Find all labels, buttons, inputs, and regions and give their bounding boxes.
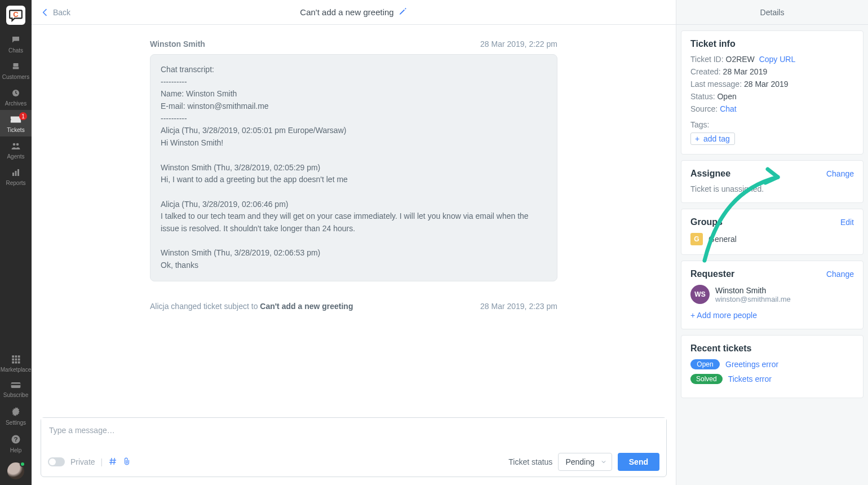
add-more-people-link[interactable]: + Add more people [690, 311, 854, 320]
assignee-text: Ticket is unassigned. [690, 184, 854, 193]
sidebar-item-customers[interactable]: Customers [0, 57, 32, 83]
sidebar-item-marketplace[interactable]: Marketplace [0, 350, 32, 376]
requester-row: WS Winston Smith winston@smithmail.me [690, 285, 854, 304]
change-assignee-link[interactable]: Change [826, 169, 854, 178]
group-row: G General [690, 233, 854, 245]
groups-title: Groups [690, 217, 723, 227]
svg-rect-8 [17, 169, 19, 176]
send-button[interactable]: Send [618, 453, 659, 471]
recent-ticket-link[interactable]: Tickets error [728, 374, 772, 383]
arrow-left-icon [41, 8, 50, 17]
last-message-row: Last message: 28 Mar 2019 [690, 80, 854, 89]
sidebar-item-reports[interactable]: Reports [0, 163, 32, 189]
chat-transcript: Chat transcript: ---------- Name: Winsto… [150, 54, 557, 281]
requester-name: Winston Smith [715, 286, 791, 295]
private-toggle[interactable] [48, 457, 65, 466]
sidebar-item-agents[interactable]: Agents [0, 136, 32, 163]
svg-rect-19 [11, 384, 21, 386]
source-row: Source: Chat [690, 104, 854, 113]
ticket-info-card: Ticket info Ticket ID: O2REW Copy URL Cr… [681, 30, 863, 155]
message-timestamp: 28 Mar 2019, 2:22 pm [480, 39, 557, 48]
ticket-info-title: Ticket info [690, 39, 854, 49]
sidebar-item-label: Archives [5, 100, 26, 107]
status-pill: Solved [690, 374, 723, 384]
message-input[interactable] [41, 418, 666, 448]
recent-ticket-link[interactable]: Greetings error [725, 360, 778, 369]
assignee-card: Assignee Change Ticket is unassigned. [681, 160, 863, 203]
sidebar-item-label: Customers [2, 74, 29, 80]
groups-card: Groups Edit G General [681, 209, 863, 255]
svg-rect-16 [15, 361, 17, 364]
private-label: Private [70, 457, 95, 466]
sidebar-item-label: Settings [6, 420, 26, 426]
status-pill: Open [690, 359, 720, 369]
svg-rect-11 [18, 355, 20, 358]
sidebar-item-label: Agents [7, 153, 24, 160]
svg-rect-13 [15, 359, 17, 361]
svg-text:C: C [13, 10, 19, 19]
tags-label: Tags: [690, 120, 854, 129]
ticket-pane: Back Can't add a new greeting Winston Sm… [32, 0, 676, 485]
requester-avatar: WS [690, 285, 710, 304]
sidebar-item-archives[interactable]: Archives [0, 83, 32, 110]
compose-footer: Private | Ticket status Pending Send [41, 448, 666, 477]
message-author: Winston Smith [150, 39, 205, 48]
left-sidebar: C Chats Customers Archives 1 Tickets Age… [0, 0, 32, 485]
back-button[interactable]: Back [41, 8, 70, 17]
app-logo[interactable]: C [6, 6, 25, 25]
sidebar-item-label: Help [10, 447, 22, 453]
svg-point-5 [16, 143, 19, 146]
sidebar-item-tickets[interactable]: 1 Tickets [0, 110, 32, 136]
sidebar-item-subscribe[interactable]: Subscribe [0, 376, 32, 402]
source-link[interactable]: Chat [720, 104, 737, 113]
recent-ticket-row: Solved Tickets error [690, 374, 854, 384]
assignee-title: Assignee [690, 169, 730, 179]
svg-rect-12 [12, 359, 14, 361]
help-icon: ? [10, 434, 21, 446]
svg-rect-17 [18, 361, 20, 364]
ticket-conversation: Winston Smith 28 Mar 2019, 2:22 pm Chat … [32, 25, 676, 417]
sidebar-item-label: Subscribe [3, 392, 28, 398]
ticket-title: Can't add a new greeting [300, 7, 407, 17]
system-event-text: Alicja changed ticket subject to Can't a… [150, 302, 353, 311]
recent-tickets-card: Recent tickets Open Greetings error Solv… [681, 335, 863, 398]
add-tag-button[interactable]: + add tag [690, 133, 735, 145]
sidebar-item-label: Reports [6, 180, 25, 186]
requester-card: Requester Change WS Winston Smith winsto… [681, 261, 863, 329]
card-icon [10, 381, 21, 391]
chat-icon [10, 35, 21, 46]
sidebar-item-label: Marketplace [1, 367, 31, 373]
edit-title-button[interactable] [398, 7, 408, 17]
svg-rect-14 [18, 359, 20, 361]
copy-url-link[interactable]: Copy URL [759, 55, 796, 64]
svg-text:?: ? [14, 435, 17, 443]
plus-icon: + [693, 135, 701, 143]
pencil-icon [398, 7, 408, 16]
ticket-topbar: Back Can't add a new greeting [32, 0, 676, 25]
attachment-button[interactable] [123, 456, 131, 468]
current-user-avatar[interactable] [0, 457, 32, 485]
gear-icon [10, 406, 21, 418]
customers-icon [10, 61, 21, 73]
ticket-status-label: Ticket status [508, 457, 552, 466]
group-badge: G [690, 233, 703, 245]
status-row: Status: Open [690, 92, 854, 101]
svg-rect-1 [14, 63, 19, 67]
sidebar-item-help[interactable]: ? Help [0, 429, 32, 457]
canned-response-button[interactable] [108, 457, 117, 468]
chevron-down-icon [600, 458, 607, 465]
ticket-status-select[interactable]: Pending [558, 453, 612, 471]
message-header: Winston Smith 28 Mar 2019, 2:22 pm [150, 39, 557, 48]
agents-icon [10, 141, 21, 152]
sidebar-item-chats[interactable]: Chats [0, 30, 32, 57]
grid-icon [11, 354, 21, 365]
svg-point-4 [13, 143, 16, 146]
edit-groups-link[interactable]: Edit [840, 218, 854, 227]
sidebar-item-settings[interactable]: Settings [0, 402, 32, 429]
reports-icon [10, 167, 21, 179]
back-label: Back [53, 8, 70, 17]
tickets-badge: 1 [19, 112, 27, 120]
recent-ticket-row: Open Greetings error [690, 359, 854, 369]
compose-box: Private | Ticket status Pending Send [41, 417, 667, 477]
change-requester-link[interactable]: Change [826, 270, 854, 279]
